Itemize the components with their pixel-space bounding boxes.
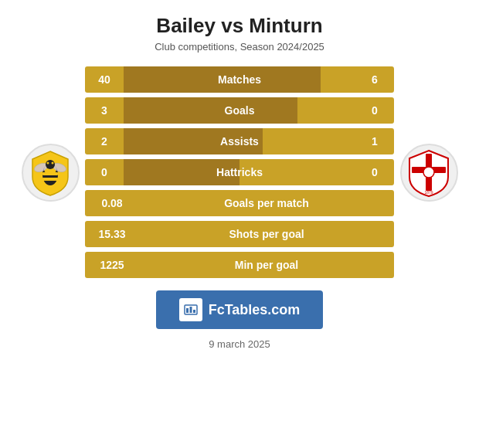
svg-rect-15 bbox=[189, 307, 192, 313]
assists-left-val: 2 bbox=[85, 128, 124, 154]
hattricks-left-val: 0 bbox=[85, 159, 124, 185]
stat-row-matches: 40 Matches 6 bbox=[85, 66, 394, 93]
date-footer: 9 march 2025 bbox=[209, 338, 270, 350]
bailey-emblem bbox=[22, 144, 80, 202]
shots-per-goal-val: 15.33 bbox=[85, 221, 139, 247]
hattricks-right-val: 0 bbox=[355, 159, 394, 185]
goals-right-val: 0 bbox=[355, 97, 394, 124]
assists-bar: Assists bbox=[124, 128, 355, 154]
stat-row-shots-per-goal: 15.33 Shots per goal bbox=[85, 221, 394, 247]
shots-per-goal-bar: Shots per goal bbox=[139, 221, 394, 247]
page-subtitle: Club competitions, Season 2024/2025 bbox=[155, 41, 324, 53]
goals-per-match-bar: Goals per match bbox=[139, 190, 394, 216]
page-title: Bailey vs Minturn bbox=[156, 14, 322, 38]
matches-label: Matches bbox=[218, 73, 261, 86]
stats-area: 40 Matches 6 3 Goals 0 2 Assis bbox=[85, 66, 394, 278]
main-content: 40 Matches 6 3 Goals 0 2 Assis bbox=[15, 66, 464, 278]
min-per-goal-label: Min per goal bbox=[235, 259, 298, 271]
svg-rect-14 bbox=[186, 308, 189, 313]
goals-left-val: 3 bbox=[85, 97, 124, 124]
min-per-goal-bar: Min per goal bbox=[139, 252, 394, 278]
svg-point-8 bbox=[51, 161, 53, 164]
stat-row-goals: 3 Goals 0 bbox=[85, 97, 394, 124]
minturn-emblem: 1879 bbox=[400, 144, 458, 202]
team-logo-minturn: 1879 bbox=[394, 144, 464, 202]
svg-rect-16 bbox=[193, 310, 195, 313]
goals-bar: Goals bbox=[124, 97, 355, 124]
goals-per-match-label: Goals per match bbox=[224, 197, 309, 209]
assists-label: Assists bbox=[220, 135, 259, 148]
stat-row-min-per-goal: 1225 Min per goal bbox=[85, 252, 394, 278]
shots-per-goal-label: Shots per goal bbox=[229, 228, 304, 240]
goals-bar-fill bbox=[124, 97, 297, 124]
svg-point-7 bbox=[46, 161, 49, 164]
hattricks-label: Hattricks bbox=[216, 166, 263, 178]
stat-row-hattricks: 0 Hattricks 0 bbox=[85, 159, 394, 185]
matches-right-val: 6 bbox=[355, 66, 394, 93]
svg-point-11 bbox=[423, 167, 434, 178]
hattricks-bar: Hattricks bbox=[124, 159, 355, 185]
fctables-icon bbox=[179, 298, 202, 321]
fctables-logo[interactable]: FcTables.com bbox=[156, 290, 324, 329]
fctables-text: FcTables.com bbox=[209, 302, 301, 318]
goals-label: Goals bbox=[225, 104, 255, 117]
goals-per-match-val: 0.08 bbox=[85, 190, 139, 216]
matches-bar: Matches bbox=[124, 66, 355, 93]
assists-right-val: 1 bbox=[355, 128, 394, 154]
page: Bailey vs Minturn Club competitions, Sea… bbox=[0, 0, 479, 448]
svg-rect-2 bbox=[42, 172, 58, 175]
min-per-goal-val: 1225 bbox=[85, 252, 139, 278]
stat-row-assists: 2 Assists 1 bbox=[85, 128, 394, 154]
svg-rect-3 bbox=[42, 178, 58, 181]
team-logo-bailey bbox=[15, 144, 85, 202]
svg-point-6 bbox=[46, 160, 55, 169]
stat-row-goals-per-match: 0.08 Goals per match bbox=[85, 190, 394, 216]
matches-left-val: 40 bbox=[85, 66, 124, 93]
svg-text:1879: 1879 bbox=[424, 190, 433, 195]
